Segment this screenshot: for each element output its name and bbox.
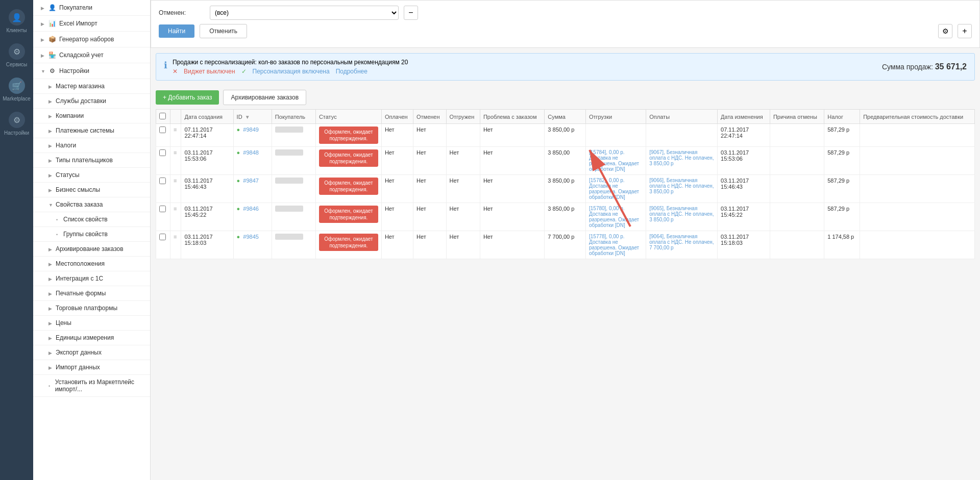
row-cancel-reason — [770, 231, 824, 259]
sidebar-item-trading[interactable]: ▶ Торговые платформы — [33, 301, 150, 316]
drag-handle-icon[interactable]: ≡ — [174, 234, 177, 240]
row-checkbox-3[interactable] — [159, 206, 166, 212]
settings-nav-icon: ⚙ — [48, 67, 56, 75]
row-sum: 3 850,00 — [545, 147, 586, 175]
row-shipped: Нет — [446, 231, 480, 259]
sidebar-item-print-forms[interactable]: ▶ Печатные формы — [33, 286, 150, 301]
sidebar-item-taxes[interactable]: ▶ Налоги — [33, 138, 150, 153]
arrow-taxes: ▶ — [48, 143, 53, 147]
nav-label-prices: Цены — [56, 319, 71, 326]
row-payments — [646, 124, 718, 147]
row-tax: 587,29 р — [824, 147, 860, 175]
row-cancel-reason — [770, 147, 824, 175]
marketplace-icon: 🛒 — [9, 78, 25, 94]
row-buyer — [272, 175, 315, 203]
arrow-trading: ▶ — [48, 306, 53, 310]
sidebar-item-master-shop[interactable]: ▶ Мастер магазина — [33, 79, 150, 94]
order-id-link[interactable]: #9848 — [243, 149, 259, 156]
row-drag-cell: ≡ — [170, 124, 181, 147]
row-status: Оформлен, ожидает подтверждения. — [315, 203, 381, 231]
sidebar-item-buyers[interactable]: ▶ 👤 Покупатели — [33, 0, 150, 16]
promo-sum-label: Сумма продаж: — [882, 63, 933, 71]
sidebar-item-marketplace-install[interactable]: • Установить из Маркетплейс импорт/... — [33, 375, 150, 397]
header-drag — [170, 110, 181, 124]
status-dot-icon: ● — [237, 178, 240, 184]
nav-label-excel: Excel Импорт — [59, 20, 97, 27]
add-filter-button[interactable]: + — [958, 24, 972, 38]
row-sum: 3 850,00 р — [545, 175, 586, 203]
row-change-date: 03.11.2017 15:53:06 — [718, 147, 770, 175]
row-date: 03.11.2017 15:46:43 — [181, 175, 233, 203]
sidebar-item-export[interactable]: ▶ Экспорт данных — [33, 345, 150, 360]
promo-check-icon: ✓ — [241, 68, 247, 75]
sidebar-item-prop-groups[interactable]: • Группы свойств — [33, 227, 150, 242]
filter-canceled-select[interactable]: (все) — [210, 6, 399, 20]
sidebar-item-clients[interactable]: 👤 Клиенты — [0, 4, 33, 38]
header-sum: Сумма — [545, 110, 586, 124]
find-button[interactable]: Найти — [159, 24, 194, 38]
row-checkbox-4[interactable] — [159, 234, 166, 240]
row-cancel-reason — [770, 124, 824, 147]
sidebar-item-prop-list[interactable]: • Список свойств — [33, 212, 150, 227]
sidebar-item-settings-expand[interactable]: ▼ ⚙ Настройки — [33, 63, 150, 79]
sidebar-item-statuses[interactable]: ▶ Статусы — [33, 168, 150, 183]
sidebar-item-order-props[interactable]: ▼ Свойства заказа — [33, 197, 150, 212]
row-buyer — [272, 231, 315, 259]
nav-label-settings: Настройки — [59, 67, 89, 74]
sidebar-item-warehouse[interactable]: ▶ 🏪 Складской учет — [33, 47, 150, 63]
drag-handle-icon[interactable]: ≡ — [174, 206, 177, 212]
row-date: 03.11.2017 15:45:22 — [181, 203, 233, 231]
sidebar-item-payments-sys[interactable]: ▶ Платежные системы — [33, 123, 150, 138]
nav-label-prop-list: Список свойств — [63, 216, 108, 223]
arrow-prop-groups: • — [56, 232, 60, 236]
arrow-delivery: ▶ — [48, 99, 53, 103]
cancel-filter-button[interactable]: Отменить — [200, 24, 247, 38]
sidebar-item-excel[interactable]: ▶ 📊 Excel Импорт — [33, 16, 150, 32]
order-id-link[interactable]: #9845 — [243, 234, 259, 240]
row-shipments: [15782], 0,00 р. Доставка не разрешена. … — [586, 175, 646, 203]
order-id-link[interactable]: #9847 — [243, 178, 259, 184]
sidebar-item-settings[interactable]: ⚙ Настройки — [0, 107, 33, 141]
row-checkbox-1[interactable] — [159, 149, 166, 156]
row-checkbox-0[interactable] — [159, 127, 166, 133]
header-id[interactable]: ID ▼ — [233, 110, 272, 124]
sidebar: 👤 Клиенты ⚙ Сервисы 🛒 Marketplace ⚙ Наст… — [0, 0, 33, 480]
drag-handle-icon[interactable]: ≡ — [174, 149, 177, 156]
sidebar-item-marketplace[interactable]: 🛒 Marketplace — [0, 72, 33, 107]
add-order-button[interactable]: + Добавить заказ — [156, 90, 219, 105]
drag-handle-icon[interactable]: ≡ — [174, 127, 177, 133]
sidebar-item-locations[interactable]: ▶ Местоположения — [33, 257, 150, 271]
sidebar-item-companies[interactable]: ▶ Компании — [33, 109, 150, 123]
sidebar-item-prices[interactable]: ▶ Цены — [33, 316, 150, 331]
filter-canceled-label: Отменен: — [159, 9, 205, 16]
table-row: ≡ 03.11.2017 15:46:43 ● #9847 Оформлен, … — [156, 175, 975, 203]
nav-label-units: Единицы измерения — [56, 334, 114, 341]
sidebar-item-delivery[interactable]: ▶ Службы доставки — [33, 94, 150, 109]
sidebar-item-archiving[interactable]: ▶ Архивирование заказов — [33, 242, 150, 257]
header-shipments: Отгрузки — [586, 110, 646, 124]
sidebar-item-import[interactable]: ▶ Импорт данных — [33, 360, 150, 375]
row-sum: 3 850,00 р — [545, 124, 586, 147]
promo-more-link[interactable]: Подробнее — [336, 68, 368, 75]
nav-label-payments-sys: Платежные системы — [56, 127, 114, 134]
filter-remove-button[interactable]: − — [404, 6, 418, 20]
select-all-checkbox[interactable] — [159, 113, 166, 119]
settings-filter-button[interactable]: ⚙ — [938, 24, 952, 38]
nav-label-order-props: Свойства заказа — [56, 201, 103, 208]
row-checkbox-2[interactable] — [159, 178, 166, 184]
order-id-link[interactable]: #9849 — [243, 127, 259, 133]
sidebar-item-biz[interactable]: ▶ Бизнес смыслы — [33, 183, 150, 197]
sidebar-item-generator[interactable]: ▶ 📦 Генератор наборов — [33, 32, 150, 47]
nav-label-prop-groups: Группы свойств — [63, 231, 108, 238]
drag-handle-icon[interactable]: ≡ — [174, 178, 177, 184]
archive-orders-button[interactable]: Архивирование заказов — [223, 90, 306, 105]
row-delivery-cost — [860, 124, 975, 147]
row-order-id: ● #9846 — [233, 203, 272, 231]
sidebar-item-services[interactable]: ⚙ Сервисы — [0, 38, 33, 72]
arrow-generator: ▶ — [41, 37, 45, 41]
sidebar-item-payer-types[interactable]: ▶ Типы плательщиков — [33, 153, 150, 168]
sidebar-item-integration-1c[interactable]: ▶ Интеграция с 1С — [33, 271, 150, 286]
order-id-link[interactable]: #9846 — [243, 206, 259, 212]
arrow-settings: ▼ — [41, 69, 45, 73]
sidebar-item-units[interactable]: ▶ Единицы измерения — [33, 331, 150, 345]
